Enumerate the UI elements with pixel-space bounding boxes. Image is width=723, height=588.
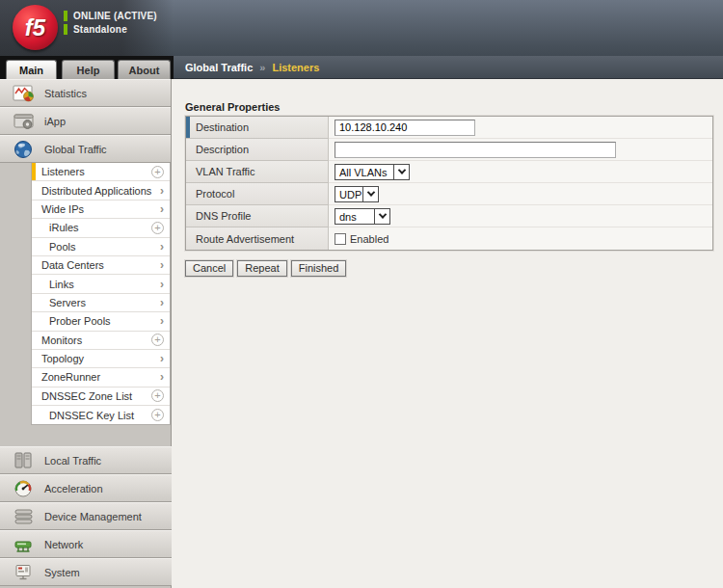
expand-arrow-icon	[160, 185, 164, 197]
sidebar-item-local-traffic[interactable]: Local Traffic	[0, 446, 172, 474]
submenu-item-data-centers[interactable]: Data Centers	[32, 256, 170, 275]
expand-arrow-icon	[160, 241, 164, 253]
checkbox-label: Enabled	[350, 233, 388, 245]
create-plus-icon[interactable]	[151, 222, 164, 234]
sidebar-item-label: Global Traffic	[44, 144, 107, 155]
create-plus-icon[interactable]	[151, 334, 164, 346]
submenu-item-pools[interactable]: Pools	[32, 238, 170, 256]
status-online-indicator	[64, 11, 67, 21]
dropdown-chevron-icon	[374, 209, 389, 224]
sidebar-item-iapp[interactable]: iApp	[0, 107, 171, 135]
statistics-chart-icon	[13, 84, 36, 103]
bigip-admin-window: f5 ONLINE (ACTIVE) Standalone Main Help …	[0, 0, 723, 588]
create-plus-icon[interactable]	[151, 389, 164, 402]
sidebar-item-network[interactable]: Network	[0, 530, 172, 558]
status-online-label: ONLINE (ACTIVE)	[73, 11, 157, 21]
submenu-item-zonerunner[interactable]: ZoneRunner	[32, 368, 170, 387]
field-label: Route Advertisement	[196, 233, 294, 245]
submenu-item-topology[interactable]: Topology	[32, 350, 170, 368]
form-row-destination: Destination	[186, 117, 712, 139]
breadcrumb-parent[interactable]: Global Traffic	[185, 62, 253, 73]
expand-arrow-icon	[160, 371, 164, 383]
destination-input[interactable]	[335, 120, 475, 136]
sidebar-item-system[interactable]: System	[0, 558, 172, 586]
repeat-button[interactable]: Repeat	[237, 260, 286, 277]
server-stack-icon	[13, 451, 36, 470]
submenu-item-servers[interactable]: Servers	[32, 294, 170, 312]
field-label: Destination	[196, 121, 249, 133]
breadcrumb-separator: »	[259, 62, 265, 73]
field-label: DNS Profile	[196, 210, 251, 222]
general-properties-table: Destination Description VLAN Traffic	[185, 116, 713, 251]
system-monitor-icon	[13, 563, 36, 582]
expand-arrow-icon	[160, 259, 164, 271]
status-standalone-indicator	[64, 24, 67, 35]
protocol-select[interactable]: UDP	[335, 186, 379, 202]
submenu-item-distributed-applications[interactable]: Distributed Applications	[32, 181, 170, 200]
breadcrumb-current: Listeners	[272, 62, 319, 73]
tab-strip: Main Help About	[0, 56, 174, 79]
sidebar-item-label: Device Management	[44, 511, 142, 522]
submenu-item-listeners[interactable]: Listeners	[32, 163, 170, 181]
form-row-vlan-traffic: VLAN Traffic All VLANs	[186, 161, 712, 183]
submenu-item-irules[interactable]: iRules	[32, 219, 170, 237]
iapp-window-icon	[13, 112, 36, 131]
main-content: General Properties Destination Descripti…	[172, 79, 723, 588]
submenu-item-links[interactable]: Links	[32, 275, 170, 293]
create-plus-icon[interactable]	[151, 166, 164, 178]
sidebar-item-acceleration[interactable]: Acceleration	[0, 474, 172, 502]
sidebar-item-statistics[interactable]: Statistics	[0, 79, 171, 107]
route-advertisement-checkbox[interactable]	[335, 233, 346, 245]
submenu-item-dnssec-zone-list[interactable]: DNSSEC Zone List	[32, 388, 170, 406]
submenu-item-monitors[interactable]: Monitors	[32, 332, 170, 350]
sidebar-nav: Statistics iApp	[0, 79, 172, 588]
dropdown-chevron-icon	[393, 165, 409, 179]
submenu-item-wide-ips[interactable]: Wide IPs	[32, 200, 170, 219]
expand-arrow-icon	[160, 203, 164, 215]
dns-profile-select[interactable]: dns	[335, 208, 390, 225]
create-plus-icon[interactable]	[151, 409, 164, 421]
f5-logo: f5	[13, 5, 58, 50]
globe-icon	[13, 140, 36, 159]
breadcrumb: Global Traffic » Listeners	[174, 56, 723, 79]
sidebar-item-label: Local Traffic	[44, 455, 101, 467]
sidebar-item-label: iApp	[44, 116, 66, 127]
required-field-marker	[186, 117, 190, 138]
finished-button[interactable]: Finished	[291, 260, 347, 277]
form-row-description: Description	[186, 139, 712, 161]
tab-main[interactable]: Main	[6, 60, 57, 79]
form-buttons: Cancel Repeat Finished	[185, 260, 346, 277]
sidebar-item-label: System	[44, 567, 80, 578]
submenu-item-dnssec-key-list[interactable]: DNSSEC Key List	[32, 406, 170, 424]
field-label: VLAN Traffic	[196, 166, 255, 177]
vlan-traffic-select[interactable]: All VLANs	[335, 164, 410, 180]
device-status: ONLINE (ACTIVE) Standalone	[64, 11, 157, 38]
form-row-protocol: Protocol UDP	[186, 183, 712, 205]
sidebar-item-device-management[interactable]: Device Management	[0, 502, 172, 530]
submenu-item-prober-pools[interactable]: Prober Pools	[32, 312, 170, 331]
cancel-button[interactable]: Cancel	[185, 260, 233, 277]
sidebar-item-label: Statistics	[44, 88, 87, 99]
form-row-dns-profile: DNS Profile dns	[186, 205, 712, 227]
global-traffic-submenu: Listeners Distributed Applications Wide …	[31, 163, 171, 425]
description-input[interactable]	[335, 142, 616, 158]
sidebar-item-global-traffic[interactable]: Global Traffic	[0, 135, 171, 163]
device-stack-icon	[13, 507, 36, 526]
field-label: Protocol	[196, 188, 234, 200]
expand-arrow-icon	[160, 297, 164, 308]
tab-help[interactable]: Help	[62, 60, 115, 79]
tab-about[interactable]: About	[118, 60, 171, 79]
sidebar-item-label: Network	[44, 539, 83, 550]
form-row-route-advertisement: Route Advertisement Enabled	[186, 227, 712, 250]
expand-arrow-icon	[160, 279, 164, 290]
f5-logo-text: f5	[25, 14, 45, 41]
top-banner: f5 ONLINE (ACTIVE) Standalone	[0, 0, 723, 56]
gauge-icon	[13, 479, 36, 498]
field-label: Description	[196, 144, 249, 155]
expand-arrow-icon	[160, 353, 164, 364]
sidebar-item-label: Acceleration	[44, 483, 103, 494]
dropdown-chevron-icon	[362, 187, 378, 201]
network-switch-icon	[13, 535, 36, 554]
section-title: General Properties	[185, 101, 280, 113]
status-standalone-label: Standalone	[73, 24, 127, 35]
